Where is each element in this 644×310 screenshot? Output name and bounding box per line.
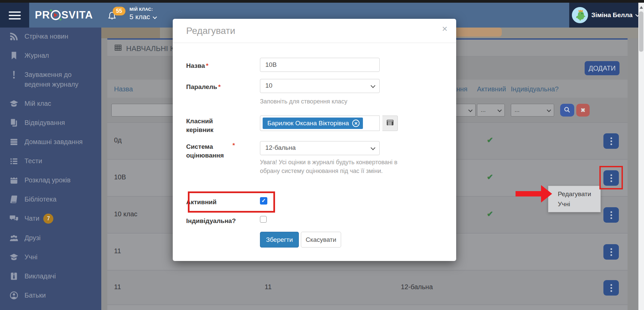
grading-field-label: Система оцінювання bbox=[186, 142, 231, 160]
calendar-icon bbox=[9, 176, 18, 185]
rss-icon bbox=[9, 32, 18, 41]
sidebar-item-label: Викладачі bbox=[24, 271, 56, 281]
table-row[interactable]: 11 11 12-бальна bbox=[107, 270, 628, 305]
parallel-hint: Заповніть для створення класу bbox=[260, 97, 347, 106]
user-menu[interactable]: Зіміна Белла bbox=[569, 3, 638, 28]
sidebar-item-friends[interactable]: Друзі bbox=[9, 233, 101, 243]
cell-name: 11 bbox=[114, 283, 121, 291]
name-field-label: Назва* bbox=[186, 61, 248, 70]
edit-class-modal: Редагувати × Назва* Паралель* 10 Заповні… bbox=[173, 19, 456, 261]
filter-individual-select[interactable]: ... bbox=[511, 104, 554, 117]
chevron-down-icon bbox=[547, 108, 551, 112]
pages-icon bbox=[9, 118, 18, 127]
sidebar-item-news-feed[interactable]: Стрічка новин bbox=[9, 32, 101, 41]
close-icon: ✖ bbox=[581, 107, 585, 114]
sidebar-item-attendance[interactable]: Відвідування bbox=[9, 118, 101, 128]
sidebar-item-teachers[interactable]: Викладачі bbox=[9, 271, 101, 281]
teacher-tag: Барилюк Оксана Вікторівна ✕ bbox=[263, 118, 363, 129]
sidebar-item-label: Домашні завдання bbox=[24, 137, 83, 147]
stack-icon bbox=[9, 137, 18, 146]
cell-name: 11 bbox=[114, 247, 121, 255]
browser-top-strip bbox=[0, 0, 644, 3]
column-header-active[interactable]: Активний bbox=[477, 85, 506, 93]
chevron-down-icon bbox=[371, 145, 375, 150]
sidebar-item-label: Учні bbox=[24, 252, 38, 262]
row-actions-kebab-button[interactable] bbox=[603, 244, 619, 260]
sidebar-item-label: Друзі bbox=[24, 233, 41, 243]
chat-icon bbox=[9, 214, 18, 223]
sidebar-item-journal-remarks[interactable]: Зауваження до ведення журналу bbox=[9, 70, 101, 89]
sidebar-item-label: Розклад уроків bbox=[24, 175, 70, 185]
logo-text-pre: PR bbox=[35, 9, 50, 21]
scrollbar-thumb[interactable] bbox=[639, 11, 643, 52]
cell-name: 10В bbox=[114, 173, 126, 181]
modal-title: Редагувати bbox=[186, 26, 235, 36]
column-header-individual[interactable]: Індивідуальна? bbox=[511, 85, 558, 93]
grading-select-value: 12-бальна bbox=[265, 144, 296, 151]
teacher-input[interactable]: Барилюк Оксана Вікторівна ✕ bbox=[260, 116, 380, 131]
add-button[interactable]: ДОДАТИ bbox=[585, 61, 620, 75]
modal-header: Редагувати × bbox=[173, 19, 456, 43]
prosvita-logo[interactable]: PRSVITA bbox=[35, 3, 93, 28]
table-row-partial bbox=[107, 305, 628, 310]
column-header-name[interactable]: Назва bbox=[114, 85, 133, 93]
row-actions-kebab-button[interactable] bbox=[603, 207, 619, 223]
context-menu-item-edit[interactable]: Редагувати bbox=[548, 189, 600, 199]
sidebar-item-schedule[interactable]: Розклад уроків bbox=[9, 175, 101, 185]
active-check-icon: ✔ bbox=[485, 136, 495, 145]
cancel-button[interactable]: Скасувати bbox=[301, 232, 341, 248]
row-actions-kebab-button[interactable] bbox=[603, 133, 619, 149]
cell-name: 10 клас bbox=[114, 210, 138, 218]
sidebar-item-parents[interactable]: Батьки bbox=[9, 291, 101, 300]
active-checkbox[interactable]: ✓ bbox=[260, 197, 267, 205]
sidebar-item-label: Журнал bbox=[24, 51, 49, 60]
modal-close-icon[interactable]: × bbox=[442, 24, 447, 34]
chevron-down-icon bbox=[497, 108, 502, 112]
sidebar-item-library[interactable]: Бібліотека bbox=[9, 194, 101, 204]
filter-value: ... bbox=[481, 106, 486, 113]
logo-text-post: SVITA bbox=[61, 9, 93, 21]
individual-field-label: Індивідуальна? bbox=[186, 217, 248, 225]
required-asterisk: * bbox=[206, 62, 208, 69]
active-check-icon: ✔ bbox=[485, 210, 495, 219]
sidebar-item-chats[interactable]: Чати7 bbox=[9, 214, 101, 224]
user-name: Зіміна Белла bbox=[591, 11, 633, 19]
individual-checkbox[interactable] bbox=[260, 216, 267, 223]
chevron-down-icon bbox=[153, 15, 157, 19]
sidebar-item-my-class[interactable]: Мій клас bbox=[9, 99, 101, 108]
sidebar-item-label: Батьки bbox=[24, 291, 46, 300]
clear-filter-button[interactable]: ✖ bbox=[576, 104, 590, 117]
sidebar-item-journal[interactable]: Журнал bbox=[9, 51, 101, 60]
hamburger-menu-button[interactable] bbox=[0, 3, 29, 28]
parallel-select-value: 10 bbox=[265, 82, 272, 89]
row-actions-kebab-button[interactable] bbox=[603, 170, 619, 186]
save-button[interactable]: Зберегти bbox=[260, 232, 299, 248]
chats-badge: 7 bbox=[43, 214, 53, 224]
chevron-down-icon bbox=[371, 83, 375, 88]
teacher-field-label: Класний керівник bbox=[186, 117, 230, 134]
grading-select[interactable]: 12-бальна bbox=[260, 141, 380, 155]
sidebar-item-label: Чати bbox=[24, 215, 39, 222]
sidebar-item-homework[interactable]: Домашні завдання bbox=[9, 137, 101, 147]
name-input[interactable] bbox=[260, 58, 380, 72]
search-button[interactable] bbox=[560, 104, 574, 117]
chevron-down-icon bbox=[468, 108, 473, 112]
filter-active-select[interactable]: ... bbox=[477, 104, 505, 117]
avatar bbox=[572, 7, 588, 23]
scrollbar-up-arrow[interactable] bbox=[640, 6, 643, 9]
sidebar-item-tests[interactable]: Тести bbox=[9, 156, 101, 166]
users-icon bbox=[9, 233, 18, 242]
parallel-select[interactable]: 10 bbox=[260, 79, 380, 93]
list-picker-icon bbox=[386, 119, 394, 127]
context-menu-item-students[interactable]: Учні bbox=[548, 199, 600, 209]
row-actions-kebab-button[interactable] bbox=[603, 280, 619, 296]
sidebar-item-label: Бібліотека bbox=[24, 194, 56, 204]
exclamation-icon bbox=[9, 70, 18, 79]
teacher-picker-button[interactable] bbox=[382, 116, 398, 131]
cell-parallel: 11 bbox=[265, 283, 272, 291]
sidebar-item-students[interactable]: Учні bbox=[9, 252, 101, 262]
my-class-dropdown[interactable]: МІЙ КЛАС: 5 клас bbox=[129, 7, 156, 21]
remove-teacher-icon[interactable]: ✕ bbox=[352, 120, 360, 127]
person-circle-icon bbox=[9, 291, 18, 300]
parallel-field-label: Паралель* bbox=[186, 83, 248, 91]
